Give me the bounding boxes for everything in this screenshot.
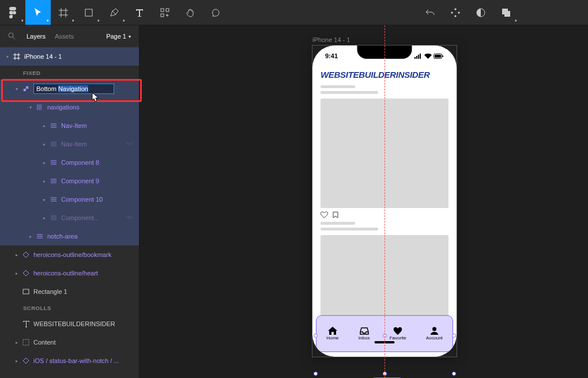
- tab-layers[interactable]: Layers: [27, 33, 46, 40]
- status-icons: [414, 54, 444, 59]
- svg-rect-2: [166, 9, 169, 12]
- svg-rect-1: [161, 9, 164, 12]
- page-label: Page 1: [106, 33, 126, 40]
- svg-rect-6: [504, 11, 510, 17]
- rect-icon: [22, 288, 30, 296]
- svg-rect-8: [23, 289, 29, 294]
- svg-rect-13: [420, 54, 421, 59]
- comment-tool[interactable]: [203, 0, 228, 25]
- autolayout-h-icon: [50, 158, 58, 167]
- nav-label: Account: [426, 335, 443, 341]
- nav-home[interactable]: Home: [326, 327, 338, 341]
- layer-comp-10[interactable]: ▸ Component 10: [0, 190, 139, 209]
- instance-icon: [22, 357, 30, 365]
- svg-rect-11: [416, 56, 417, 59]
- layer-notch-area[interactable]: ▸ notch-area: [0, 227, 139, 245]
- left-panel: Layers Assets Page 1▾ ▾ iPhone 14 - 1 FI…: [0, 25, 140, 378]
- layer-comp-hidden[interactable]: ▸ Component...: [0, 209, 139, 227]
- canvas[interactable]: iPhone 14 - 1 9:41 WEBSITEBUILDERINSIDER: [140, 25, 588, 378]
- layer-comp-9[interactable]: ▸ Component 9: [0, 172, 139, 190]
- layer-content[interactable]: ▸ Content: [0, 333, 139, 351]
- figma-menu[interactable]: ▾: [0, 0, 25, 25]
- svg-rect-3: [161, 14, 164, 17]
- layer-label: Component 10: [61, 196, 103, 203]
- tab-assets[interactable]: Assets: [55, 33, 74, 40]
- svg-rect-0: [85, 9, 92, 16]
- rename-selection: Navigation: [58, 85, 88, 92]
- bookmark-icon: [333, 211, 338, 218]
- layer-label: iPhone 14 - 1: [24, 53, 62, 60]
- component-button[interactable]: [443, 0, 468, 25]
- layers-tree: ▾ iPhone 14 - 1 FIXED ▾ Bottom Navigatio…: [0, 47, 139, 378]
- svg-rect-15: [435, 55, 441, 58]
- hidden-icon[interactable]: [125, 141, 133, 147]
- layer-label: Rectangle 1: [33, 288, 67, 295]
- nav-account[interactable]: Account: [426, 327, 443, 341]
- autolayout-icon: [36, 103, 44, 111]
- nav-inbox[interactable]: Inbox: [359, 327, 370, 341]
- layer-navigations[interactable]: ▾ navigations: [0, 98, 139, 116]
- layer-heart[interactable]: ▸ heroicons-outline/heart: [0, 264, 139, 282]
- svg-rect-9: [23, 339, 29, 345]
- layer-label: Component 9: [61, 177, 99, 184]
- layer-label: iOS / status-bar-with-notch / ...: [33, 357, 119, 364]
- layer-brand-text[interactable]: WEBSITEBUILDERINSIDER: [0, 315, 139, 333]
- hand-tool[interactable]: [178, 0, 203, 25]
- hidden-icon[interactable]: [125, 215, 133, 221]
- instance-icon: [22, 269, 30, 277]
- layer-label: Content: [33, 339, 56, 346]
- nav-label: Home: [326, 335, 338, 341]
- undo-button[interactable]: [417, 0, 443, 25]
- pen-tool[interactable]: ▾: [101, 0, 127, 25]
- layer-label: heroicons-outline/bookmark: [33, 251, 111, 258]
- component-icon: [22, 85, 30, 93]
- autolayout-h-icon: [50, 122, 58, 130]
- selection-handle[interactable]: [452, 334, 456, 338]
- layer-label: notch-area: [47, 233, 78, 240]
- page-selector[interactable]: Page 1▾: [106, 33, 131, 40]
- layer-nav-item-1[interactable]: ▸ Nav-Item: [0, 116, 139, 135]
- nav-label: Favorite: [390, 335, 406, 341]
- autolayout-h-icon: [50, 140, 58, 148]
- selection-handle[interactable]: [314, 372, 318, 376]
- svg-rect-16: [443, 55, 444, 57]
- layer-rectangle-1[interactable]: Rectangle 1: [0, 282, 139, 301]
- panel-tabs: Layers Assets Page 1▾: [0, 25, 139, 47]
- shape-tool[interactable]: ▾: [76, 0, 101, 25]
- selection-handle[interactable]: [452, 372, 456, 376]
- move-tool[interactable]: ▾: [25, 0, 51, 25]
- section-fixed: FIXED: [0, 66, 139, 80]
- boolean-button[interactable]: ▾: [493, 0, 519, 25]
- canvas-frame-label[interactable]: iPhone 14 - 1: [312, 36, 350, 43]
- heart-icon: [321, 211, 328, 218]
- autolayout-h-icon: [50, 177, 58, 185]
- svg-point-7: [9, 33, 13, 37]
- layer-status-bar[interactable]: ▸ iOS / status-bar-with-notch / ...: [0, 351, 139, 370]
- layer-label: heroicons-outline/heart: [33, 270, 98, 277]
- rename-prefix: Bottom: [36, 85, 58, 92]
- svg-rect-10: [414, 57, 416, 59]
- frame-tool[interactable]: ▾: [51, 0, 76, 25]
- nav-favorite[interactable]: Favorite: [390, 327, 406, 341]
- text-tool[interactable]: [127, 0, 152, 25]
- text-icon: [22, 320, 30, 328]
- rename-input[interactable]: Bottom Navigation: [33, 84, 114, 94]
- layer-nav-item-2-hidden[interactable]: ▸ Nav-Item: [0, 135, 139, 153]
- layer-bottom-nav-editing[interactable]: ▾ Bottom Navigation: [0, 80, 139, 98]
- search-icon[interactable]: [8, 32, 16, 40]
- guide-vertical[interactable]: [385, 25, 385, 378]
- nav-label: Inbox: [359, 335, 370, 341]
- layer-label: Nav-Item: [61, 141, 87, 148]
- layer-label: navigations: [47, 104, 80, 111]
- section-scrolls: SCROLLS: [0, 301, 139, 315]
- layer-bookmark[interactable]: ▸ heroicons-outline/bookmark: [0, 245, 139, 264]
- resources-tool[interactable]: [152, 0, 178, 25]
- layer-label: Component 8: [61, 159, 99, 166]
- top-toolbar: ▾ ▾ ▾ ▾ ▾ ▾: [0, 0, 588, 25]
- frame-icon: [13, 52, 21, 61]
- mask-button[interactable]: [468, 0, 493, 25]
- layer-comp-8[interactable]: ▸ Component 8: [0, 153, 139, 172]
- instance-icon: [22, 251, 30, 259]
- layer-frame-root[interactable]: ▾ iPhone 14 - 1: [0, 47, 139, 66]
- selection-handle[interactable]: [314, 334, 318, 338]
